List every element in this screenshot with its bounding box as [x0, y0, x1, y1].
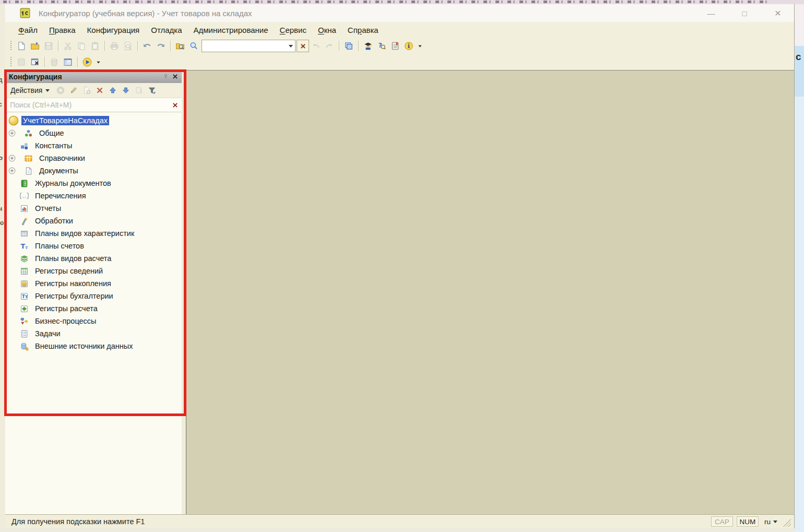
panel-splitter[interactable] — [182, 70, 186, 514]
redo-button[interactable] — [154, 39, 168, 53]
toolbar-search-input[interactable] — [202, 41, 286, 51]
expander-plus-icon[interactable] — [8, 167, 16, 174]
tree-item-1[interactable]: Общие — [5, 127, 182, 139]
calc-register-icon — [20, 304, 29, 313]
tree-item-label: Регистры накопления — [33, 279, 113, 288]
new-document-button[interactable] — [15, 39, 28, 53]
tree-item-label: Регистры бухгалтерии — [33, 291, 115, 301]
background-text-fragment: с — [0, 101, 2, 108]
ext-sources-icon — [20, 342, 29, 351]
add-button — [54, 84, 67, 97]
expander-plus-icon[interactable] — [8, 155, 16, 162]
menu-item-6[interactable]: Окна — [312, 23, 342, 37]
pin-icon[interactable] — [161, 72, 170, 81]
copy-window-button[interactable] — [342, 39, 356, 53]
find-in-files-button[interactable] — [173, 39, 187, 53]
secondary-toolbar — [5, 54, 794, 70]
tree-item-2[interactable]: Константы — [5, 139, 182, 152]
tree-item-4[interactable]: Документы — [5, 164, 182, 177]
close-button[interactable]: × — [769, 7, 787, 19]
status-indicators: CAP NUM ru — [711, 516, 791, 527]
tree-search-input[interactable] — [9, 100, 170, 110]
language-selector[interactable]: ru — [762, 518, 779, 526]
chevron-down-icon[interactable] — [286, 41, 295, 51]
sort-button — [132, 84, 145, 97]
cut-button — [61, 39, 75, 53]
search-next-button — [323, 39, 336, 53]
window-title: Конфигуратор (учебная версия) - Учет тов… — [39, 9, 252, 18]
move-down-button[interactable] — [119, 84, 132, 97]
about-button[interactable]: i — [402, 39, 416, 53]
svg-text:i: i — [408, 42, 410, 50]
actions-menu-button[interactable]: Действия — [8, 85, 52, 96]
toolbar-separator — [44, 57, 45, 67]
menu-item-2[interactable]: Конфигурация — [81, 23, 146, 37]
toolbar-grip[interactable] — [10, 57, 11, 67]
tree-item-label: Отчеты — [33, 204, 63, 213]
tree-item-16[interactable]: Бизнес-процессы — [5, 315, 182, 327]
tree-item-7[interactable]: Отчеты — [5, 202, 182, 215]
tree-item-0[interactable]: УчетТоваровНаСкладах — [5, 114, 182, 127]
undo-button[interactable] — [140, 39, 154, 53]
tree-item-11[interactable]: Планы видов расчета — [5, 252, 182, 265]
tree-item-label: Обработки — [33, 216, 75, 226]
tree-item-15[interactable]: Регистры расчета — [5, 302, 182, 315]
tree-item-label: Константы — [33, 141, 74, 150]
expander-plus-icon[interactable] — [8, 129, 16, 137]
syntax-helper-button[interactable] — [361, 39, 375, 53]
toolbar-grip[interactable] — [10, 41, 11, 51]
filter-button[interactable] — [145, 84, 158, 97]
minimize-button[interactable]: — — [702, 9, 720, 18]
tree-item-17[interactable]: Задачи — [5, 327, 182, 340]
tree-item-12[interactable]: Регистры сведений — [5, 265, 182, 277]
toolbar-options-button[interactable] — [416, 39, 424, 53]
maximize-button[interactable]: □ — [736, 9, 753, 18]
menu-item-1[interactable]: Правка — [43, 23, 81, 37]
char-types-icon — [20, 229, 29, 238]
print-preview-button — [121, 39, 135, 53]
clear-search-button[interactable] — [297, 40, 309, 52]
menu-item-4[interactable]: Администрирование — [188, 23, 274, 37]
open-form-button[interactable] — [61, 55, 75, 69]
resize-grip[interactable] — [783, 519, 791, 527]
configuration-panel: Конфигурация Действия УчетТоваровНаСклад… — [5, 70, 182, 514]
close-all-windows-button[interactable] — [28, 55, 42, 69]
svg-text:Тт: Тт — [22, 294, 28, 299]
menu-item-5[interactable]: Сервис — [274, 23, 312, 37]
tree-item-14[interactable]: ТтРегистры бухгалтерии — [5, 290, 182, 302]
tree-item-9[interactable]: Планы видов характеристик — [5, 227, 182, 240]
start-debugging-button[interactable] — [80, 55, 94, 69]
tree-item-6[interactable]: {..}Перечисления — [5, 190, 182, 202]
move-up-button[interactable] — [106, 84, 119, 97]
tree-item-18[interactable]: Внешние источники данных — [5, 340, 182, 352]
menu-bar: ФайлПравкаКонфигурацияОтладкаАдминистрир… — [5, 22, 794, 38]
tree-item-label: УчетТоваровНаСкладах — [21, 116, 109, 125]
tree-item-8[interactable]: Обработки — [5, 215, 182, 227]
help-search-button[interactable]: ? — [375, 39, 388, 53]
tree-item-label: Внешние источники данных — [33, 341, 135, 351]
open-file-button[interactable] — [28, 39, 42, 53]
tree-item-13[interactable]: Регистры накопления — [5, 277, 182, 290]
tree-item-label: Задачи — [33, 329, 62, 338]
tree-item-5[interactable]: Журналы документов — [5, 177, 182, 190]
toolbar-separator — [358, 41, 359, 51]
search-clear-icon[interactable] — [170, 100, 180, 110]
menu-item-7[interactable]: Справка — [342, 23, 384, 37]
acct-register-icon: Тт — [20, 292, 29, 301]
tree-item-3[interactable]: Справочники — [5, 152, 182, 164]
paste-button — [88, 39, 102, 53]
edit-button[interactable] — [67, 84, 80, 97]
tree-item-10[interactable]: ТтПланы счетов — [5, 240, 182, 252]
toolbar-separator — [104, 41, 105, 51]
tree-item-label: Перечисления — [33, 191, 88, 200]
delete-item-button[interactable] — [93, 84, 106, 97]
panel-close-icon[interactable] — [170, 72, 180, 81]
root-icon — [8, 115, 19, 126]
configuration-panel-header[interactable]: Конфигурация — [5, 70, 182, 83]
menu-item-0[interactable]: Файл — [13, 23, 43, 37]
help-contents-button[interactable] — [388, 39, 402, 53]
tasks-icon — [20, 329, 29, 338]
toolbar-options-button[interactable] — [94, 55, 102, 69]
global-search-button[interactable] — [187, 39, 200, 53]
menu-item-3[interactable]: Отладка — [145, 23, 187, 37]
